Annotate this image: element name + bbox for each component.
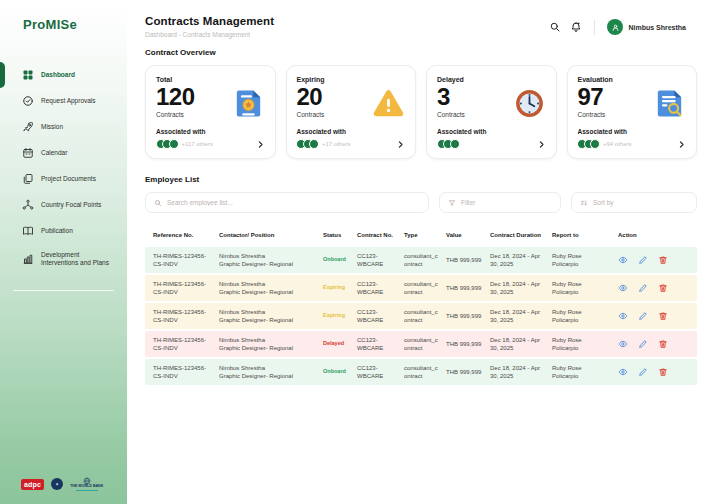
trash-icon <box>658 255 668 265</box>
contract-duration: Dec 18, 2024 - Apr 30, 2025 <box>490 336 544 352</box>
col-value[interactable]: Value <box>446 232 490 238</box>
header-divider <box>594 20 595 35</box>
status-badge: Expiring <box>323 284 357 291</box>
sort-label: Sort by <box>593 199 614 206</box>
world-bank-logo: THE WORLD BANK <box>70 477 103 491</box>
sidebar-item-country-focal-points[interactable]: Country Focal Points <box>0 192 127 218</box>
pencil-icon <box>638 339 648 349</box>
table-row[interactable]: TH-RIMES-123456-CS-INDV Nimbus Shrestha … <box>145 275 697 301</box>
contactor-name: Nimbus Shrestha <box>219 252 323 260</box>
eye-icon <box>618 339 628 349</box>
notifications-button[interactable] <box>570 21 582 33</box>
breadcrumb-home[interactable]: Dashboard <box>145 31 177 38</box>
table-row[interactable]: TH-RIMES-123456-CS-INDV Nimbus Shrestha … <box>145 303 697 329</box>
edit-button[interactable] <box>638 283 648 293</box>
card-delayed: Delayed 3 Contracts <box>426 65 557 159</box>
overview-cards: Total 120 Contracts <box>145 65 697 159</box>
sidebar-item-calendar[interactable]: Calendar <box>0 140 127 166</box>
card-expand-button[interactable] <box>537 140 546 149</box>
employee-search-box[interactable] <box>145 192 429 213</box>
col-contactor[interactable]: Contactor/ Position <box>219 232 323 238</box>
delete-button[interactable] <box>658 283 668 293</box>
report-to: Ruby Rose Policarpio <box>552 336 588 352</box>
table-row[interactable]: TH-RIMES-123456-CS-INDV Nimbus Shrestha … <box>145 331 697 357</box>
view-button[interactable] <box>618 367 628 377</box>
contactor-position: Graphic Designer- Regional <box>219 316 323 324</box>
content-area: Contract Overview Total 120 Contracts <box>127 46 710 387</box>
card-expand-button[interactable] <box>396 140 405 149</box>
col-type[interactable]: Type <box>404 232 446 238</box>
edit-button[interactable] <box>638 339 648 349</box>
avatar <box>590 139 600 149</box>
filter-dropdown[interactable]: Filter <box>439 192 561 213</box>
col-status[interactable]: Status <box>323 232 357 238</box>
table-row[interactable]: TH-RIMES-123456-CS-INDV Nimbus Shrestha … <box>145 247 697 273</box>
status-badge: Onboard <box>323 368 357 375</box>
search-input[interactable] <box>167 199 420 206</box>
delete-button[interactable] <box>658 255 668 265</box>
sidebar-item-dashboard[interactable]: Dashboard <box>0 62 127 88</box>
sidebar-item-development-interventions[interactable]: Development Interventions and Plans <box>0 244 127 274</box>
card-expand-button[interactable] <box>256 140 265 149</box>
card-label: Evaluation <box>578 76 687 83</box>
breadcrumb: Dashboard - Contracts Management <box>145 31 274 38</box>
reference-no: TH-RIMES-123456-CS-INDV <box>153 364 209 380</box>
sort-dropdown[interactable]: Sort by <box>571 192 697 213</box>
sidebar-item-mission[interactable]: Mission <box>0 114 127 140</box>
reference-no: TH-RIMES-123456-CS-INDV <box>153 308 209 324</box>
sidebar-item-request-approvals[interactable]: Request Approvals <box>0 88 127 114</box>
others-count: +94 others <box>603 141 632 147</box>
employee-table: Reference No. Contactor/ Position Status… <box>145 223 697 385</box>
delete-button[interactable] <box>658 339 668 349</box>
eye-icon <box>618 255 628 265</box>
contract-value: THB 999,999 <box>446 312 490 320</box>
sidebar-item-label: Development Interventions and Plans <box>41 251 117 267</box>
pencil-icon <box>638 367 648 377</box>
view-button[interactable] <box>618 255 628 265</box>
sidebar-item-publication[interactable]: Publication <box>0 218 127 244</box>
avatar <box>450 139 460 149</box>
contract-value: THB 999,999 <box>446 340 490 348</box>
view-button[interactable] <box>618 311 628 321</box>
edit-button[interactable] <box>638 255 648 265</box>
col-report-to[interactable]: Report to <box>552 232 600 238</box>
contactor-name: Nimbus Shrestha <box>219 308 323 316</box>
view-button[interactable] <box>618 283 628 293</box>
contract-type: consultant_contract <box>404 336 440 352</box>
trash-icon <box>658 339 668 349</box>
status-badge: Delayed <box>323 340 357 347</box>
view-button[interactable] <box>618 339 628 349</box>
edit-button[interactable] <box>638 367 648 377</box>
sidebar-item-label: Publication <box>41 227 73 235</box>
col-contract-no[interactable]: Contract No. <box>357 232 404 238</box>
contactor-name: Nimbus Shrestha <box>219 280 323 288</box>
pencil-icon <box>638 255 648 265</box>
table-row[interactable]: TH-RIMES-123456-CS-INDV Nimbus Shrestha … <box>145 359 697 385</box>
sort-icon <box>580 199 588 207</box>
search-icon <box>549 21 561 33</box>
search-button[interactable] <box>549 21 561 33</box>
contactor-name: Nimbus Shrestha <box>219 336 323 344</box>
sidebar-item-project-documents[interactable]: Project Documents <box>0 166 127 192</box>
eye-icon <box>618 283 628 293</box>
contract-duration: Dec 18, 2024 - Apr 30, 2025 <box>490 364 544 380</box>
delete-button[interactable] <box>658 311 668 321</box>
chevron-right-icon <box>256 140 265 149</box>
page-title: Contracts Management <box>145 15 274 27</box>
user-menu[interactable]: Nimbus Shrestha <box>607 19 686 35</box>
card-count: 97 <box>578 86 606 109</box>
col-duration[interactable]: Contract Duration <box>490 232 552 238</box>
card-expand-button[interactable] <box>677 140 686 149</box>
person-icon <box>611 23 620 32</box>
network-nodes-icon <box>22 199 34 211</box>
sidebar-item-label: Calendar <box>41 149 67 157</box>
report-to: Ruby Rose Policarpio <box>552 252 588 268</box>
card-label: Total <box>156 76 265 83</box>
search-icon <box>154 199 162 207</box>
delete-button[interactable] <box>658 367 668 377</box>
col-reference[interactable]: Reference No. <box>153 232 219 238</box>
open-book-icon <box>22 225 34 237</box>
reference-no: TH-RIMES-123456-CS-INDV <box>153 336 209 352</box>
edit-button[interactable] <box>638 311 648 321</box>
card-total: Total 120 Contracts <box>145 65 276 159</box>
